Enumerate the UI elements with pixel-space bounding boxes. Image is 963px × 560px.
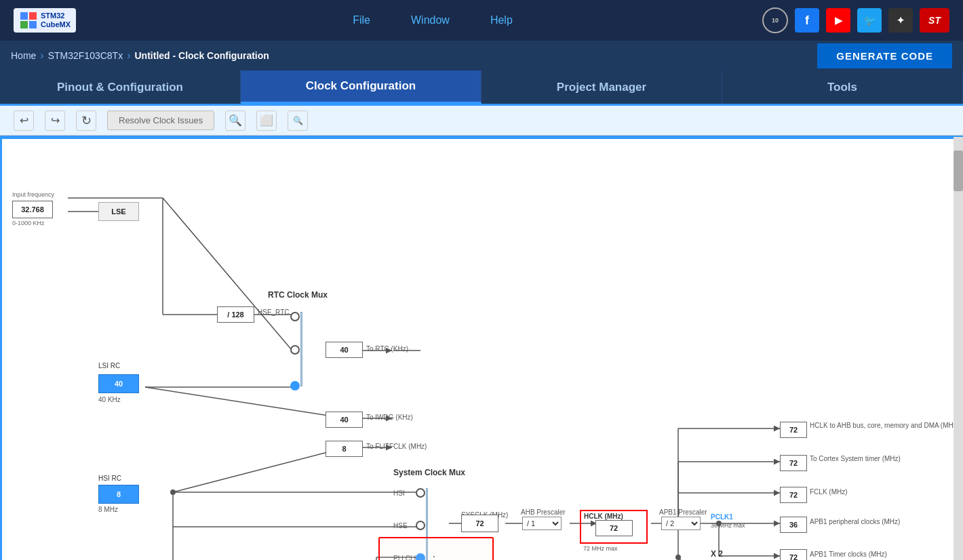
fit-button[interactable]: ⬜ (256, 111, 277, 131)
sysclk-value[interactable]: 72 (461, 515, 498, 532)
apb1-timer-value[interactable]: 72 (780, 549, 807, 560)
lse-box: LSE (98, 202, 139, 221)
logo-subtitle: CubeMX (41, 20, 71, 29)
logo-box: STM32 CubeMX (14, 8, 76, 33)
apb1-div-select[interactable]: / 2 (661, 517, 701, 530)
left-border (0, 137, 2, 560)
rtc-mux-hse-radio[interactable] (290, 312, 300, 324)
hclk-ahb-label: HCLK to AHB bus, core, memory and DMA (M… (810, 422, 959, 429)
ahb-prescaler-select[interactable]: / 1 (522, 517, 562, 530)
rtc-clock-mux-label: RTC Clock Mux (268, 290, 328, 300)
svg-line-14 (145, 387, 346, 418)
svg-point-51 (170, 489, 176, 495)
st-logo-icon[interactable]: ST (920, 8, 949, 33)
pclk1-label: PCLK1 (711, 513, 733, 521)
menu-help[interactable]: Help (490, 14, 513, 26)
cortex-timer-label: To Cortex System timer (MHz) (810, 455, 901, 462)
hse-mux-label: HSE (393, 522, 408, 529)
fclk-value[interactable]: 72 (780, 487, 807, 503)
menu-file[interactable]: File (353, 14, 370, 26)
vertical-scrollbar[interactable] (954, 137, 963, 560)
toolbar: ↩ ↪ ↻ Resolve Clock Issues 🔍 ⬜ 🔍 (0, 106, 963, 136)
hclk-max-label: 72 MHz max (583, 545, 618, 552)
rtc-radio-lse[interactable] (290, 345, 300, 355)
hsi-value-box[interactable]: 8 (98, 485, 139, 504)
tab-tools[interactable]: Tools (722, 71, 963, 104)
x2-label: X 2 (711, 549, 723, 559)
hclk-ahb-value[interactable]: 72 (780, 422, 807, 438)
rtc-radio-lsi[interactable] (290, 381, 300, 391)
hsi-unit-label: 8 MHz (98, 506, 118, 513)
zoom-in-button[interactable]: 🔍 (225, 111, 245, 131)
youtube-icon[interactable]: ▶ (826, 8, 850, 33)
sys-mux-hse-radio[interactable] (416, 521, 425, 533)
lsi-value-box[interactable]: 40 (98, 374, 139, 393)
ahb-div-select[interactable]: / 1 (522, 517, 562, 530)
hse-rtc-label: HSE_RTC (258, 308, 290, 316)
lsi-unit-label: 40 KHz (98, 396, 121, 403)
rtc-radio-hse[interactable] (290, 312, 300, 321)
topbar: STM32 CubeMX File Window Help 10 f ▶ 🐦 ✦… (0, 0, 963, 41)
logo-title: STM32 (41, 12, 71, 20)
facebook-icon[interactable]: f (795, 8, 819, 33)
to-flitfclk-value[interactable]: 8 (326, 441, 363, 457)
refresh-button[interactable]: ↻ (76, 111, 96, 131)
breadcrumb-bar: Home › STM32F103C8Tx › Untitled - Clock … (0, 41, 963, 71)
to-rtc-value[interactable]: 40 (326, 342, 363, 358)
top-border (0, 137, 954, 139)
sys-radio-hse[interactable] (416, 521, 425, 530)
rtc-mux-lse-radio[interactable] (290, 345, 300, 357)
hclk-value[interactable]: 72 (595, 520, 633, 536)
bc-arrow-1: › (40, 49, 43, 62)
svg-line-9 (163, 198, 292, 350)
to-iwdg-value[interactable]: 40 (326, 412, 363, 428)
pll-css-section: Enable CSS (378, 537, 494, 560)
bc-current[interactable]: Untitled - Clock Configuration (135, 50, 269, 61)
sys-radio-hsi[interactable] (416, 488, 425, 498)
twitter-icon[interactable]: 🐦 (857, 8, 882, 33)
bc-arrow-2: › (127, 49, 130, 62)
lsi-rc-label: LSI RC (98, 362, 120, 369)
apb1-timer-label: APB1 Timer clocks (MHz) (810, 551, 887, 558)
scrollbar-thumb[interactable] (954, 151, 963, 191)
apb1-prescaler-label: APB1 Prescaler (659, 508, 707, 516)
apb1-prescaler-select[interactable]: / 2 (661, 517, 701, 530)
to-flitfclk-label: To FLITFCLK (MHz) (366, 443, 427, 450)
ahb-prescaler-label: AHB Prescaler (521, 508, 566, 516)
pclk1-max-label: 36 MHz max (711, 522, 745, 529)
fclk-label: FCLK (MHz) (810, 488, 848, 496)
bc-device[interactable]: STM32F103C8Tx (48, 50, 123, 61)
bc-home[interactable]: Home (11, 50, 36, 61)
tab-pinout[interactable]: Pinout & Configuration (0, 71, 241, 104)
svg-rect-0 (20, 12, 28, 20)
svg-point-60 (675, 555, 681, 560)
rtc-mux-lsi-radio[interactable] (290, 381, 300, 393)
hclk-section: HCLK (MHz) 72 (580, 510, 648, 544)
hsi-mux-label: HSI (393, 489, 405, 497)
hsi-rc-label: HSI RC (98, 475, 121, 482)
apb1-periph-value[interactable]: 36 (780, 517, 807, 533)
social-icons: 10 f ▶ 🐦 ✦ ST (762, 7, 949, 33)
to-iwdg-label: To IWDG (KHz) (366, 414, 413, 421)
undo-button[interactable]: ↩ (14, 111, 34, 131)
top-menu: File Window Help (103, 14, 762, 26)
zoom-out-button[interactable]: 🔍 (288, 111, 308, 131)
cortex-timer-value[interactable]: 72 (780, 455, 807, 471)
clock-diagram-canvas: Input frequency 32.768 0-1000 KHz LSE LS… (0, 136, 963, 560)
resolve-clock-issues-button[interactable]: Resolve Clock Issues (107, 111, 214, 130)
tab-project-manager[interactable]: Project Manager (482, 71, 722, 104)
anniversary-icon: 10 (762, 7, 788, 33)
generate-code-button[interactable]: GENERATE CODE (817, 43, 952, 68)
tab-bar: Pinout & Configuration Clock Configurati… (0, 71, 963, 106)
apb1-periph-label: APB1 peripheral clocks (MHz) (810, 518, 900, 525)
svg-rect-2 (20, 21, 28, 28)
network-icon[interactable]: ✦ (888, 8, 913, 33)
svg-rect-1 (29, 12, 37, 20)
input-freq-1-value[interactable]: 32.768 (12, 201, 53, 218)
to-rtc-label: To RTC (KHz) (366, 345, 408, 353)
redo-button[interactable]: ↪ (45, 111, 65, 131)
svg-rect-3 (29, 21, 37, 28)
sys-mux-hsi-radio[interactable] (416, 488, 425, 500)
menu-window[interactable]: Window (411, 14, 450, 26)
tab-clock[interactable]: Clock Configuration (241, 71, 482, 104)
